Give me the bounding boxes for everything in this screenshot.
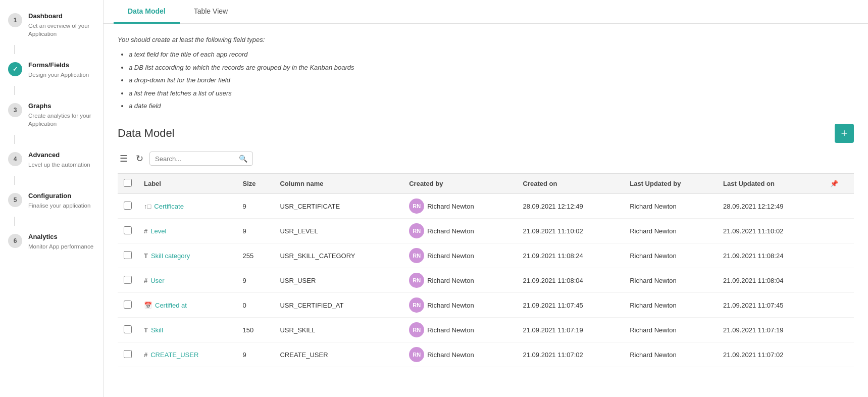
step-number-3: 3 (8, 103, 22, 117)
type-icon-3: # (144, 277, 147, 284)
sidebar-item-configuration[interactable]: 5 Configuration Finalise your applicatio… (0, 185, 103, 217)
row-checkbox-cell (118, 194, 138, 219)
refresh-icon[interactable]: ↻ (134, 151, 145, 166)
row-size-2: 255 (237, 243, 274, 268)
row-column-name-6: CREATE_USER (274, 342, 403, 367)
row-last-updated-on-4: 21.09.2021 11:07:45 (717, 293, 824, 318)
row-checkbox-6[interactable] (124, 350, 132, 358)
created-by-name-6[interactable]: Richard Newton (427, 351, 474, 359)
created-by-name-0[interactable]: Richard Newton (427, 203, 474, 210)
row-size-5: 150 (237, 318, 274, 342)
avatar-created-by-1: RN (409, 223, 424, 238)
row-checkbox-cell (118, 219, 138, 243)
sidebar-desc-advanced: Level up the automation (28, 161, 90, 169)
row-label-2[interactable]: T Skill category (138, 243, 237, 268)
sidebar-title-analytics: Analytics (28, 233, 93, 241)
avatar-created-by-3: RN (409, 273, 424, 288)
sidebar-desc-dashboard: Get an overview of your Application (28, 22, 95, 38)
tab-table-view[interactable]: Table View (180, 0, 242, 24)
row-last-updated-on-0: 28.09.2021 12:12:49 (717, 194, 824, 219)
section-title: Data Model (118, 127, 175, 140)
menu-icon[interactable]: ☰ (118, 151, 130, 166)
created-by-name-4[interactable]: Richard Newton (427, 302, 474, 309)
row-last-updated-on-1: 21.09.2021 11:10:02 (717, 219, 824, 243)
row-size-3: 9 (237, 268, 274, 293)
row-last-updated-on-3: 21.09.2021 11:08:04 (717, 268, 824, 293)
row-checkbox-0[interactable] (124, 202, 132, 210)
row-created-on-6: 21.09.2021 11:07:02 (517, 342, 624, 367)
instruction-item-2: a DB list according to which the records… (129, 62, 854, 73)
row-checkbox-cell (118, 293, 138, 318)
instruction-item-3: a drop-down list for the border field (129, 74, 854, 86)
created-by-name-5[interactable]: Richard Newton (427, 326, 474, 334)
sidebar-item-graphs[interactable]: 3 Graphs Create analytics for your Appli… (0, 95, 103, 135)
row-label-1[interactable]: # Level (138, 219, 237, 243)
sidebar-desc-configuration: Finalise your application (28, 202, 90, 210)
sidebar-item-dashboard[interactable]: 1 Dashboard Get an overview of your Appl… (0, 5, 103, 45)
row-column-name-3: USR_USER (274, 268, 403, 293)
data-table: Label Size Column name Created by Create… (118, 173, 854, 367)
sidebar-item-analytics[interactable]: 6 Analytics Monitor App performance (0, 226, 103, 258)
table-row: 📅 Certified at 0 USR_CERTIFIED_AT RN Ric… (118, 293, 854, 318)
tab-bar: Data Model Table View (104, 0, 868, 24)
row-created-by-0: RN Richard Newton (403, 194, 517, 219)
add-field-button[interactable]: + (835, 124, 854, 143)
col-created-on: Created on (517, 174, 624, 194)
row-size-6: 9 (237, 342, 274, 367)
step-number-4: 4 (8, 152, 22, 166)
table-row: T Skill 150 USR_SKILL RN Richard Newton … (118, 318, 854, 342)
row-label-0[interactable]: ↑□ Certificate (138, 194, 237, 219)
instruction-item-5: a date field (129, 100, 854, 112)
row-checkbox-4[interactable] (124, 301, 132, 309)
row-size-0: 9 (237, 194, 274, 219)
created-by-name-1[interactable]: Richard Newton (427, 227, 474, 235)
row-checkbox-2[interactable] (124, 251, 132, 259)
row-last-updated-by-1: Richard Newton (624, 219, 717, 243)
row-column-name-0: USR_CERTIFICATE (274, 194, 403, 219)
row-created-by-6: RN Richard Newton (403, 342, 517, 367)
row-created-by-4: RN Richard Newton (403, 293, 517, 318)
col-last-updated-on: Last Updated on (717, 174, 824, 194)
toolbar: ☰ ↻ 🔍 (118, 151, 854, 166)
table-body: ↑□ Certificate 9 USR_CERTIFICATE RN Rich… (118, 194, 854, 367)
row-label-3[interactable]: # User (138, 268, 237, 293)
col-size: Size (237, 174, 274, 194)
type-icon-6: # (144, 351, 147, 359)
sidebar-line-4 (14, 176, 15, 185)
sidebar-desc-forms-fields: Design your Application (28, 71, 89, 79)
row-checkbox-3[interactable] (124, 276, 132, 284)
section-header: Data Model + (118, 124, 854, 143)
row-checkbox-1[interactable] (124, 226, 132, 234)
sidebar-title-graphs: Graphs (28, 102, 95, 111)
step-number-5: 5 (8, 193, 22, 207)
row-checkbox-5[interactable] (124, 325, 132, 333)
row-size-4: 0 (237, 293, 274, 318)
step-number-6: 6 (8, 234, 22, 248)
row-pin-6 (824, 342, 854, 367)
row-created-by-5: RN Richard Newton (403, 318, 517, 342)
row-created-by-1: RN Richard Newton (403, 219, 517, 243)
sidebar-line-2 (14, 86, 15, 95)
sidebar-desc-analytics: Monitor App performance (28, 242, 93, 251)
step-number-1: 1 (8, 13, 22, 27)
search-icon[interactable]: 🔍 (239, 155, 247, 163)
created-by-name-3[interactable]: Richard Newton (427, 277, 474, 284)
select-all-checkbox[interactable] (124, 179, 132, 187)
col-label: Label (138, 174, 237, 194)
row-label-6[interactable]: # CREATE_USER (138, 342, 237, 367)
sidebar-item-forms-fields[interactable]: ✓ Forms/Fields Design your Application (0, 54, 103, 86)
row-created-on-2: 21.09.2021 11:08:24 (517, 243, 624, 268)
tab-data-model[interactable]: Data Model (114, 0, 180, 24)
table-header-row: Label Size Column name Created by Create… (118, 174, 854, 194)
row-label-4[interactable]: 📅 Certified at (138, 293, 237, 318)
col-column-name: Column name (274, 174, 403, 194)
sidebar-item-advanced[interactable]: 4 Advanced Level up the automation (0, 144, 103, 176)
row-column-name-4: USR_CERTIFIED_AT (274, 293, 403, 318)
row-last-updated-by-4: Richard Newton (624, 293, 717, 318)
search-input[interactable] (155, 155, 236, 163)
created-by-name-2[interactable]: Richard Newton (427, 252, 474, 260)
content-area: You should create at least the following… (104, 24, 868, 397)
row-label-5[interactable]: T Skill (138, 318, 237, 342)
row-checkbox-cell (118, 342, 138, 367)
row-last-updated-by-3: Richard Newton (624, 268, 717, 293)
